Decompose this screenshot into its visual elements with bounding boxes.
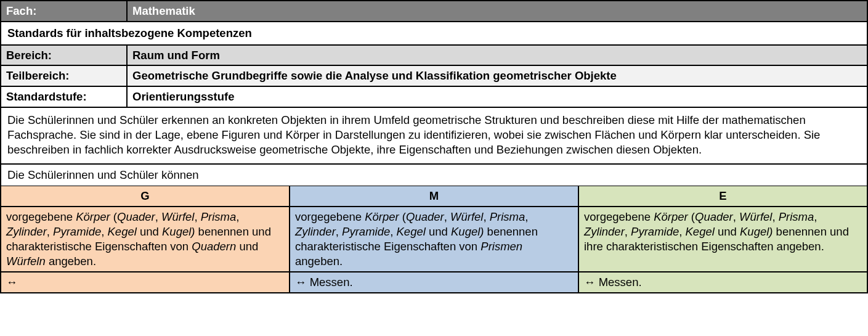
column-g-body: vorgegebene Körper (Quader, Würfel, Pris… (1, 207, 290, 272)
standards-title: Standards für inhaltsbezogene Kompetenze… (1, 22, 867, 45)
column-g-footer: ↔ (1, 272, 290, 293)
text: , (236, 210, 239, 223)
term-quader: Quader (695, 210, 733, 223)
text: und (715, 225, 740, 238)
term-koerper: Körper (76, 210, 110, 223)
row-teilbereich: Teilbereich: Geometrische Grundbegriffe … (1, 65, 867, 86)
text: , (336, 225, 342, 238)
term-pyramide: Pyramide (53, 225, 101, 238)
term-kegel: Kegel (108, 225, 137, 238)
text: , (525, 210, 528, 223)
column-m-header: M (290, 186, 578, 207)
row-standardstufe: Standardstufe: Orientierungsstufe (1, 86, 867, 107)
term-koerper: Körper (365, 210, 399, 223)
standardstufe-value: Orientierungsstufe (127, 86, 867, 107)
term-prisma: Prisma (779, 210, 814, 223)
text: , (101, 225, 107, 238)
column-m-footer: ↔ Messen. (290, 272, 578, 293)
intro-text: Die Schülerinnen und Schüler können (1, 164, 867, 186)
term-prisma: Prisma (490, 210, 525, 223)
term-quader: Quader (117, 210, 155, 223)
term-kegel: Kegel (686, 225, 715, 238)
text: und (236, 240, 258, 253)
row-fach: Fach: Mathematik (1, 1, 867, 22)
term-zylinder: Zylinder (584, 225, 625, 238)
row-bereich: Bereich: Raum und Form (1, 45, 867, 66)
text: , (772, 210, 778, 223)
fach-label: Fach: (1, 1, 127, 22)
term-kugel: Kugel) (162, 225, 195, 238)
term-koerper: Körper (654, 210, 688, 223)
link-arrow-icon: ↔ (295, 276, 307, 289)
text: , (194, 210, 200, 223)
text: und (137, 225, 162, 238)
text: , (733, 210, 739, 223)
term-zylinder: Zylinder (6, 225, 47, 238)
term-wuerfel: Würfel (161, 210, 194, 223)
bereich-value: Raum und Form (127, 45, 867, 66)
text: , (625, 225, 631, 238)
text: , (679, 225, 685, 238)
term-quadern: Quadern (192, 240, 236, 253)
term-zylinder: Zylinder (295, 225, 336, 238)
column-g-header: G (1, 186, 290, 207)
text: ( (110, 210, 117, 223)
footer-text: Messen. (596, 276, 642, 289)
bereich-label: Bereich: (1, 45, 127, 66)
text: , (814, 210, 817, 223)
term-kugel: Kugel) (451, 225, 484, 238)
text: ( (688, 210, 695, 223)
text: , (155, 210, 161, 223)
term-wuerfel: Würfel (450, 210, 483, 223)
text: , (47, 225, 53, 238)
term-prismen: Prismen (481, 240, 522, 253)
text: , (444, 210, 450, 223)
column-e-footer: ↔ Messen. (578, 272, 867, 293)
term-wuerfel: Würfel (739, 210, 772, 223)
term-pyramide: Pyramide (342, 225, 390, 238)
teilbereich-value: Geometrische Grundbegriffe sowie die Ana… (127, 65, 867, 86)
link-arrow-icon: ↔ (6, 276, 18, 289)
term-prisma: Prisma (201, 210, 237, 223)
gme-footer-row: ↔ ↔ Messen. ↔ Messen. (1, 272, 867, 293)
teilbereich-label: Teilbereich: (1, 65, 127, 86)
term-pyramide: Pyramide (631, 225, 679, 238)
footer-text: Messen. (307, 276, 353, 289)
text: angeben. (295, 255, 343, 268)
column-e-body: vorgegebene Körper (Quader, Würfel, Pris… (578, 207, 867, 272)
text: vorgegebene (584, 210, 654, 223)
column-e-header: E (578, 186, 867, 207)
term-kegel: Kegel (397, 225, 426, 238)
text: , (483, 210, 489, 223)
term-quader: Quader (406, 210, 444, 223)
gme-header-row: G M E (1, 186, 867, 207)
description-text: Die Schülerinnen und Schüler erkennen an… (1, 107, 867, 164)
text: ( (399, 210, 406, 223)
text: und (426, 225, 451, 238)
gme-body-row: vorgegebene Körper (Quader, Würfel, Pris… (1, 207, 867, 272)
standardstufe-label: Standardstufe: (1, 86, 127, 107)
term-wuerfeln: Würfeln (6, 255, 46, 268)
text: vorgegebene (6, 210, 76, 223)
text: , (390, 225, 396, 238)
text: vorgegebene (295, 210, 365, 223)
curriculum-table: Fach: Mathematik Standards für inhaltsbe… (0, 0, 868, 293)
column-m-body: vorgegebene Körper (Quader, Würfel, Pris… (290, 207, 578, 272)
term-kugel: Kugel) (740, 225, 773, 238)
link-arrow-icon: ↔ (584, 276, 596, 289)
text: angeben. (46, 255, 96, 268)
fach-value: Mathematik (127, 1, 867, 22)
